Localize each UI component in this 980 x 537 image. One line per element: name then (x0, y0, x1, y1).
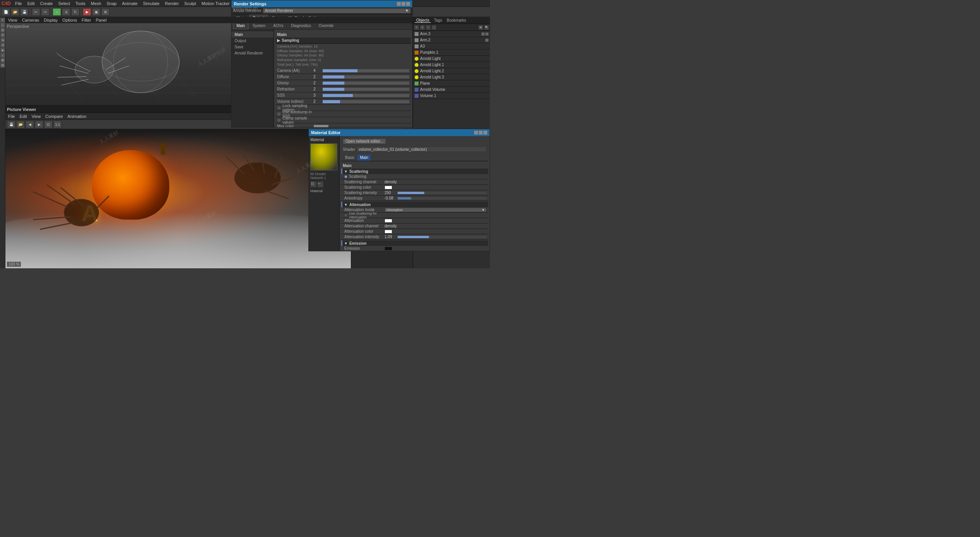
tool-rotate[interactable]: ↺ (0, 43, 5, 48)
render-button[interactable]: ▶ (83, 8, 91, 16)
render-region-button[interactable]: ▣ (92, 8, 100, 16)
pv-prev-btn[interactable]: ◀ (26, 121, 34, 128)
tool-select[interactable]: □ (0, 23, 5, 27)
obj-arnold-volume[interactable]: Arnold Volume (413, 87, 490, 93)
pv-zoom-100-btn[interactable]: 1:1 (53, 121, 62, 128)
menu-select[interactable]: Select (57, 1, 71, 6)
pv-menu-file[interactable]: File (7, 114, 16, 119)
rs-clamp-checkbox[interactable] (277, 118, 281, 122)
open-button[interactable]: 📂 (11, 8, 19, 16)
obj-delete-btn[interactable]: × (420, 25, 425, 30)
viewport-menu-display[interactable]: Display (43, 18, 59, 22)
pv-menu-animation[interactable]: Animation (66, 114, 88, 119)
me-emission-header[interactable]: ▼ Emission (341, 240, 488, 246)
pv-save-btn[interactable]: 💾 (7, 121, 15, 128)
rs-sub-main[interactable]: Main (233, 22, 248, 29)
tab-bookmarks[interactable]: Bookmarks (445, 18, 468, 22)
obj-a3[interactable]: A3 (413, 43, 490, 49)
obj-arm3-render[interactable] (485, 32, 488, 36)
tool-model[interactable]: ◈ (0, 48, 5, 53)
me-anisotropy-slider[interactable] (398, 197, 487, 199)
rs-sub-system[interactable]: System (249, 22, 269, 29)
menu-mesh[interactable]: Mesh (90, 1, 102, 6)
tool-worplane[interactable]: ⊟ (0, 63, 5, 68)
rs-minimize-btn[interactable] (397, 2, 401, 6)
menu-create[interactable]: Create (39, 1, 54, 6)
rs-camera-aa-slider[interactable] (323, 69, 409, 72)
pv-menu-compare[interactable]: Compare (44, 114, 64, 119)
menu-motiontracker[interactable]: Motion Tracker (200, 1, 231, 6)
obj-arm2-vis[interactable] (485, 39, 488, 42)
save-button[interactable]: 💾 (20, 8, 29, 16)
rs-volume-slider[interactable] (323, 100, 409, 103)
tool-move[interactable]: ✛ (0, 33, 5, 38)
obj-pumpkin[interactable]: Pumpkin.1 (413, 49, 490, 56)
obj-arm3-vis[interactable] (481, 32, 485, 36)
me-basic-tab[interactable]: Basic (343, 155, 357, 161)
viewport-menu-panel[interactable]: Panel (95, 18, 108, 22)
viewport-menu-filter[interactable]: Filter (80, 18, 92, 22)
me-scattering-checkbox[interactable] (344, 175, 347, 178)
obj-volume1[interactable]: Volume.1 (413, 93, 490, 99)
me-scattering-intensity-slider[interactable] (398, 192, 487, 194)
viewport-menu-options[interactable]: Options (61, 18, 78, 22)
pv-menu-view[interactable]: View (31, 114, 42, 119)
scale-tool[interactable]: ⇲ (62, 8, 70, 16)
rs-renderer-dropdown[interactable]: Arnold Renderer ▼ (263, 8, 411, 14)
rs-sub-aovs[interactable]: AOVs (270, 22, 287, 29)
obj-arm3[interactable]: Arm.3 (413, 31, 490, 37)
obj-search-btn[interactable]: 🔍 (484, 25, 489, 30)
me-attenuation-swatch[interactable] (385, 219, 392, 223)
me-edit-btn[interactable]: ✏ (317, 181, 323, 188)
me-maximize-btn[interactable] (479, 131, 483, 135)
obj-new-btn[interactable]: + (414, 25, 419, 30)
obj-arm2[interactable]: Arm.2 (413, 37, 490, 43)
rs-refraction-slider[interactable] (323, 88, 409, 91)
rs-close-btn[interactable] (406, 2, 410, 6)
rs-sss-slider[interactable] (323, 94, 409, 97)
menu-file[interactable]: File (14, 1, 23, 6)
tool-texture[interactable]: ⊞ (0, 58, 5, 63)
rs-diffuse-slider[interactable] (323, 75, 409, 78)
rs-output-section[interactable]: Output (231, 38, 274, 44)
rs-glossy-slider[interactable] (323, 82, 409, 85)
move-tool[interactable]: ↔ (53, 8, 61, 16)
pv-menu-edit[interactable]: Edit (19, 114, 28, 119)
pv-zoom-fit-btn[interactable]: ⊡ (44, 121, 53, 128)
rs-sampling-header[interactable]: ▶ Sampling (276, 38, 411, 44)
me-attenuation-header[interactable]: ▼ Attenuation (341, 202, 488, 207)
tool-cursor[interactable]: ↖ (0, 18, 5, 22)
me-minimize-btn[interactable] (474, 131, 478, 135)
obj-arnold-light3[interactable]: Arnold Light.3 (413, 74, 490, 80)
redo-button[interactable]: ↪ (41, 8, 49, 16)
new-button[interactable]: 📄 (2, 8, 10, 16)
me-scattering-color-swatch[interactable] (385, 186, 392, 189)
me-attenuation-intensity-slider[interactable] (398, 236, 487, 238)
obj-move-down-btn[interactable]: ↓ (431, 25, 437, 30)
me-attenuation-mode-dropdown[interactable]: Absorption ▼ (385, 208, 487, 212)
rs-lock-sampling-checkbox[interactable] (277, 106, 281, 110)
tool-scale[interactable]: ⇲ (0, 38, 5, 43)
tool-live-select[interactable]: ⊡ (0, 28, 5, 32)
menu-simulate[interactable]: Simulate (142, 1, 161, 6)
rs-autobump-checkbox[interactable] (277, 112, 281, 116)
rs-arnoldrenderer-section[interactable]: Arnold Renderer (231, 50, 274, 56)
obj-plane[interactable]: Plane (413, 80, 490, 87)
obj-arnold-light[interactable]: Arnold Light (413, 56, 490, 62)
obj-move-up-btn[interactable]: ↑ (425, 25, 431, 30)
rs-max-color-swatch[interactable] (313, 124, 329, 127)
menu-snap[interactable]: Snap (105, 1, 118, 6)
rs-sub-override[interactable]: Override (315, 22, 337, 29)
menu-sculpt[interactable]: Sculpt (183, 1, 197, 6)
me-scattering-header[interactable]: ▼ Scattering (341, 169, 488, 174)
me-use-scattering-checkbox[interactable] (344, 214, 347, 217)
menu-animate[interactable]: Animate (121, 1, 139, 6)
obj-arnold-light1[interactable]: Arnold Light.1 (413, 62, 490, 68)
menu-tools[interactable]: Tools (74, 1, 87, 6)
me-close-btn[interactable] (483, 131, 487, 135)
rs-maximize-btn[interactable] (402, 2, 405, 6)
me-attenuation-color2-swatch[interactable] (385, 230, 392, 234)
rs-save-section[interactable]: Save (231, 44, 274, 50)
rs-sub-diagnostics[interactable]: Diagnostics (288, 22, 315, 29)
me-open-network-btn[interactable]: Open network editor... (343, 138, 386, 144)
